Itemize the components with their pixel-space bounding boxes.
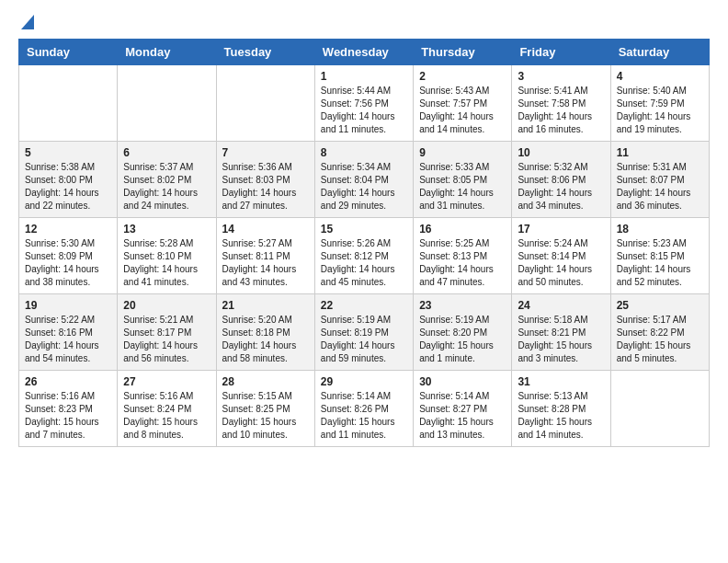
day-info: Sunrise: 5:44 AMSunset: 7:56 PMDaylight:… [321,85,407,136]
calendar-week-row: 1Sunrise: 5:44 AMSunset: 7:56 PMDaylight… [19,65,710,142]
day-number: 1 [321,70,407,83]
day-number: 25 [617,299,703,312]
calendar-cell [118,65,216,142]
day-info: Sunrise: 5:15 AMSunset: 8:25 PMDaylight:… [222,390,309,442]
calendar-cell: 11Sunrise: 5:31 AMSunset: 8:07 PMDayligh… [610,142,709,218]
day-info: Sunrise: 5:33 AMSunset: 8:05 PMDaylight:… [419,161,506,213]
calendar-body: 1Sunrise: 5:44 AMSunset: 7:56 PMDaylight… [19,65,710,447]
calendar-cell: 22Sunrise: 5:19 AMSunset: 8:19 PMDayligh… [314,294,413,371]
day-number: 5 [25,146,111,159]
day-info: Sunrise: 5:38 AMSunset: 8:00 PMDaylight:… [25,161,111,213]
day-info: Sunrise: 5:40 AMSunset: 7:59 PMDaylight:… [617,85,703,136]
calendar-cell [610,371,709,447]
svg-marker-0 [21,15,34,29]
day-info: Sunrise: 5:24 AMSunset: 8:14 PMDaylight:… [518,237,604,289]
calendar-cell: 9Sunrise: 5:33 AMSunset: 8:05 PMDaylight… [414,142,512,218]
day-number: 12 [25,223,111,236]
day-info: Sunrise: 5:22 AMSunset: 8:16 PMDaylight:… [25,314,111,365]
day-info: Sunrise: 5:37 AMSunset: 8:02 PMDaylight:… [123,161,210,213]
calendar-cell: 28Sunrise: 5:15 AMSunset: 8:25 PMDayligh… [216,371,314,447]
calendar-week-row: 12Sunrise: 5:30 AMSunset: 8:09 PMDayligh… [19,218,710,294]
day-info: Sunrise: 5:43 AMSunset: 7:57 PMDaylight:… [419,85,506,136]
day-info: Sunrise: 5:16 AMSunset: 8:24 PMDaylight:… [123,390,210,442]
day-info: Sunrise: 5:14 AMSunset: 8:27 PMDaylight:… [419,390,506,442]
calendar-week-row: 19Sunrise: 5:22 AMSunset: 8:16 PMDayligh… [19,294,710,371]
day-info: Sunrise: 5:20 AMSunset: 8:18 PMDaylight:… [222,314,309,365]
day-number: 6 [123,146,210,159]
calendar-cell: 30Sunrise: 5:14 AMSunset: 8:27 PMDayligh… [414,371,512,447]
day-number: 11 [617,146,703,159]
day-number: 9 [419,146,506,159]
calendar-cell: 31Sunrise: 5:13 AMSunset: 8:28 PMDayligh… [512,371,610,447]
calendar-cell: 13Sunrise: 5:28 AMSunset: 8:10 PMDayligh… [118,218,216,294]
day-number: 2 [419,70,506,83]
day-number: 29 [321,375,407,388]
calendar-cell: 7Sunrise: 5:36 AMSunset: 8:03 PMDaylight… [216,142,314,218]
calendar-cell: 18Sunrise: 5:23 AMSunset: 8:15 PMDayligh… [610,218,709,294]
calendar-cell: 21Sunrise: 5:20 AMSunset: 8:18 PMDayligh… [216,294,314,371]
day-info: Sunrise: 5:27 AMSunset: 8:11 PMDaylight:… [222,237,309,289]
day-info: Sunrise: 5:36 AMSunset: 8:03 PMDaylight:… [222,161,309,213]
day-info: Sunrise: 5:30 AMSunset: 8:09 PMDaylight:… [25,237,111,289]
header [18,15,710,29]
day-info: Sunrise: 5:41 AMSunset: 7:58 PMDaylight:… [518,85,604,136]
day-info: Sunrise: 5:18 AMSunset: 8:21 PMDaylight:… [518,314,604,365]
day-number: 7 [222,146,309,159]
calendar-cell: 10Sunrise: 5:32 AMSunset: 8:06 PMDayligh… [512,142,610,218]
calendar-week-row: 5Sunrise: 5:38 AMSunset: 8:00 PMDaylight… [19,142,710,218]
day-number: 21 [222,299,309,312]
calendar-cell [19,65,118,142]
day-info: Sunrise: 5:26 AMSunset: 8:12 PMDaylight:… [321,237,407,289]
day-number: 30 [419,375,506,388]
day-info: Sunrise: 5:28 AMSunset: 8:10 PMDaylight:… [123,237,210,289]
day-info: Sunrise: 5:34 AMSunset: 8:04 PMDaylight:… [321,161,407,213]
calendar-header-thursday: Thursday [414,40,512,65]
day-number: 17 [518,223,604,236]
day-number: 23 [419,299,506,312]
day-info: Sunrise: 5:19 AMSunset: 8:19 PMDaylight:… [321,314,407,365]
calendar-cell: 19Sunrise: 5:22 AMSunset: 8:16 PMDayligh… [19,294,118,371]
calendar-cell: 29Sunrise: 5:14 AMSunset: 8:26 PMDayligh… [314,371,413,447]
calendar-cell: 25Sunrise: 5:17 AMSunset: 8:22 PMDayligh… [610,294,709,371]
day-number: 31 [518,375,604,388]
calendar-cell: 16Sunrise: 5:25 AMSunset: 8:13 PMDayligh… [414,218,512,294]
day-info: Sunrise: 5:17 AMSunset: 8:22 PMDaylight:… [617,314,703,365]
calendar-week-row: 26Sunrise: 5:16 AMSunset: 8:23 PMDayligh… [19,371,710,447]
day-info: Sunrise: 5:16 AMSunset: 8:23 PMDaylight:… [25,390,111,442]
calendar-header-monday: Monday [118,40,216,65]
day-info: Sunrise: 5:19 AMSunset: 8:20 PMDaylight:… [419,314,506,365]
page: SundayMondayTuesdayWednesdayThursdayFrid… [0,0,728,462]
logo [18,15,34,29]
day-number: 22 [321,299,407,312]
calendar-cell: 27Sunrise: 5:16 AMSunset: 8:24 PMDayligh… [118,371,216,447]
calendar-cell [216,65,314,142]
calendar-header-row: SundayMondayTuesdayWednesdayThursdayFrid… [19,40,710,65]
day-number: 27 [123,375,210,388]
day-info: Sunrise: 5:25 AMSunset: 8:13 PMDaylight:… [419,237,506,289]
calendar-cell: 17Sunrise: 5:24 AMSunset: 8:14 PMDayligh… [512,218,610,294]
day-info: Sunrise: 5:31 AMSunset: 8:07 PMDaylight:… [617,161,703,213]
day-number: 3 [518,70,604,83]
calendar-cell: 20Sunrise: 5:21 AMSunset: 8:17 PMDayligh… [118,294,216,371]
calendar-header-saturday: Saturday [610,40,709,65]
day-number: 13 [123,223,210,236]
calendar-header-wednesday: Wednesday [314,40,413,65]
calendar-cell: 1Sunrise: 5:44 AMSunset: 7:56 PMDaylight… [314,65,413,142]
calendar-cell: 26Sunrise: 5:16 AMSunset: 8:23 PMDayligh… [19,371,118,447]
calendar-header-tuesday: Tuesday [216,40,314,65]
calendar-cell: 6Sunrise: 5:37 AMSunset: 8:02 PMDaylight… [118,142,216,218]
calendar-cell: 3Sunrise: 5:41 AMSunset: 7:58 PMDaylight… [512,65,610,142]
calendar-header-sunday: Sunday [19,40,118,65]
calendar-cell: 12Sunrise: 5:30 AMSunset: 8:09 PMDayligh… [19,218,118,294]
day-number: 8 [321,146,407,159]
calendar: SundayMondayTuesdayWednesdayThursdayFrid… [18,39,710,447]
calendar-cell: 23Sunrise: 5:19 AMSunset: 8:20 PMDayligh… [414,294,512,371]
day-info: Sunrise: 5:21 AMSunset: 8:17 PMDaylight:… [123,314,210,365]
day-number: 26 [25,375,111,388]
calendar-cell: 15Sunrise: 5:26 AMSunset: 8:12 PMDayligh… [314,218,413,294]
calendar-cell: 4Sunrise: 5:40 AMSunset: 7:59 PMDaylight… [610,65,709,142]
calendar-header-friday: Friday [512,40,610,65]
day-info: Sunrise: 5:32 AMSunset: 8:06 PMDaylight:… [518,161,604,213]
day-number: 15 [321,223,407,236]
calendar-cell: 8Sunrise: 5:34 AMSunset: 8:04 PMDaylight… [314,142,413,218]
